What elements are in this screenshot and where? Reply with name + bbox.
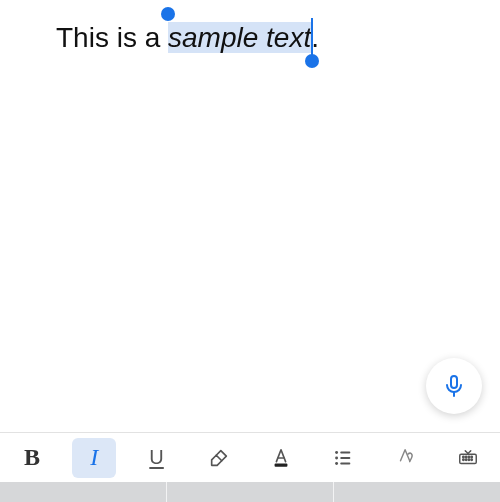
keyboard-icon: [457, 447, 479, 469]
svg-line-20: [468, 450, 471, 453]
svg-point-13: [468, 456, 469, 457]
svg-point-18: [471, 459, 472, 460]
svg-rect-8: [341, 462, 351, 464]
bold-button[interactable]: B: [10, 438, 54, 478]
text-caret: [311, 18, 314, 58]
document-canvas[interactable]: This is a sample text.: [0, 0, 500, 56]
svg-point-11: [463, 456, 464, 457]
list-icon: [332, 447, 354, 469]
bottom-system-bar: [0, 482, 500, 502]
divider: [166, 482, 167, 502]
svg-point-17: [468, 459, 469, 460]
highlight-button[interactable]: [197, 438, 241, 478]
format-paint-icon: [395, 447, 417, 469]
text-before-selection[interactable]: This is a: [56, 22, 168, 53]
formatting-toolbar: B I U: [0, 432, 500, 482]
divider: [333, 482, 334, 502]
highlighter-icon: [208, 447, 230, 469]
bulleted-list-button[interactable]: [321, 438, 365, 478]
svg-point-3: [336, 451, 339, 454]
svg-rect-2: [275, 463, 288, 466]
svg-point-14: [471, 456, 472, 457]
svg-point-15: [463, 459, 464, 460]
italic-button[interactable]: I: [72, 438, 116, 478]
selected-text-content: sample text: [168, 22, 311, 53]
svg-point-16: [465, 459, 466, 460]
svg-rect-7: [341, 457, 351, 459]
text-color-button[interactable]: [259, 438, 303, 478]
selection-handle-start[interactable]: [161, 7, 175, 21]
svg-point-12: [465, 456, 466, 457]
keyboard-toggle-button[interactable]: [446, 438, 490, 478]
format-paint-button[interactable]: [384, 438, 428, 478]
text-color-icon: [270, 447, 292, 469]
svg-point-5: [336, 462, 339, 465]
voice-input-button[interactable]: [426, 358, 482, 414]
selection-handle-end[interactable]: [305, 54, 319, 68]
svg-rect-6: [341, 451, 351, 453]
microphone-icon: [442, 374, 466, 398]
svg-point-4: [336, 456, 339, 459]
selected-text[interactable]: sample text: [168, 22, 311, 53]
underline-button[interactable]: U: [135, 438, 179, 478]
svg-rect-0: [451, 376, 457, 388]
